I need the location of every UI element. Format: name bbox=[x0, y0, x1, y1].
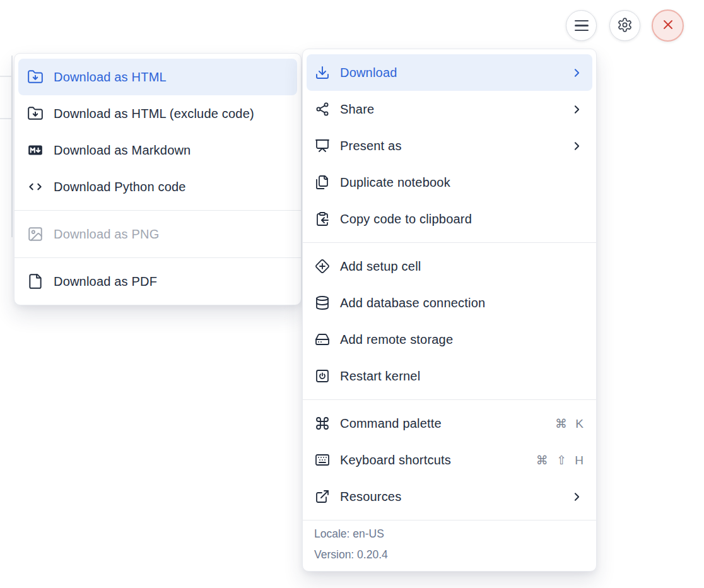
menu-item-copy-code-to-clipboard[interactable]: Copy code to clipboard bbox=[307, 201, 592, 237]
menu-item-add-setup-cell[interactable]: Add setup cell bbox=[307, 248, 592, 285]
menu-item-label: Add database connection bbox=[340, 296, 584, 310]
menu-item-label: Add remote storage bbox=[340, 332, 584, 347]
markdown-download-icon bbox=[27, 142, 44, 158]
notebook-menu-button[interactable] bbox=[566, 10, 597, 41]
power-square-icon bbox=[315, 368, 330, 384]
database-icon bbox=[315, 295, 330, 310]
menu-item-label: Download as PNG bbox=[54, 227, 288, 242]
image-icon bbox=[27, 226, 44, 242]
menu-item-label: Command palette bbox=[340, 416, 555, 431]
menu-item-download-python-code[interactable]: Download Python code bbox=[18, 168, 297, 205]
menu-item-label: Keyboard shortcuts bbox=[340, 453, 536, 467]
menu-item-add-remote-storage[interactable]: Add remote storage bbox=[307, 321, 592, 358]
settings-button[interactable] bbox=[609, 10, 640, 41]
menu-item-resources[interactable]: Resources bbox=[307, 478, 592, 515]
menu-item-label: Resources bbox=[340, 490, 570, 504]
file-icon bbox=[27, 273, 44, 290]
menu-item-keyboard-shortcuts[interactable]: Keyboard shortcuts ⌘ ⇧ H bbox=[307, 442, 592, 478]
menu-item-present-as[interactable]: Present as bbox=[307, 127, 592, 164]
command-icon bbox=[315, 416, 330, 431]
background-cell-border bbox=[0, 76, 12, 77]
menu-item-download-as-html-exclude-code[interactable]: Download as HTML (exclude code) bbox=[18, 95, 297, 132]
menu-item-label: Download as HTML (exclude code) bbox=[54, 107, 288, 121]
external-link-icon bbox=[315, 489, 330, 504]
keyboard-icon bbox=[315, 452, 330, 467]
chevron-right-icon bbox=[570, 103, 584, 116]
clipboard-copy-icon bbox=[315, 211, 330, 226]
hamburger-menu-icon bbox=[575, 20, 589, 32]
background-cell-border bbox=[0, 118, 12, 119]
menu-item-label: Download Python code bbox=[54, 180, 288, 194]
menu-item-label: Download as HTML bbox=[54, 70, 288, 85]
menu-item-download-as-pdf[interactable]: Download as PDF bbox=[18, 263, 297, 300]
shortcut-hint: ⌘ K bbox=[555, 416, 584, 431]
shortcut-hint: ⌘ ⇧ H bbox=[536, 453, 584, 467]
menu-item-label: Download as Markdown bbox=[54, 143, 288, 158]
close-app-button[interactable] bbox=[652, 9, 684, 42]
folder-download-icon bbox=[27, 105, 44, 122]
duplicate-files-icon bbox=[315, 175, 330, 190]
menu-item-download[interactable]: Download bbox=[307, 54, 592, 91]
menu-item-download-as-png: Download as PNG bbox=[18, 216, 297, 252]
download-submenu: Download as HTML Download as HTML (exclu… bbox=[14, 53, 302, 305]
hard-drive-icon bbox=[315, 332, 330, 347]
menu-item-label: Share bbox=[340, 102, 570, 117]
menu-item-label: Add setup cell bbox=[340, 259, 584, 274]
chevron-right-icon bbox=[570, 490, 584, 503]
menu-item-label: Download as PDF bbox=[54, 274, 288, 289]
menu-item-label: Present as bbox=[340, 139, 570, 153]
code-icon bbox=[27, 179, 44, 195]
folder-download-icon bbox=[27, 69, 44, 85]
menu-item-duplicate-notebook[interactable]: Duplicate notebook bbox=[307, 164, 592, 201]
gear-icon bbox=[617, 17, 633, 35]
close-x-icon bbox=[660, 17, 676, 34]
presentation-icon bbox=[315, 138, 330, 153]
download-icon bbox=[315, 65, 330, 80]
menu-item-add-database-connection[interactable]: Add database connection bbox=[307, 285, 592, 321]
menu-footer: Locale: en-US Version: 0.20.4 bbox=[303, 520, 596, 571]
menu-item-label: Restart kernel bbox=[340, 369, 584, 384]
menu-item-download-as-html[interactable]: Download as HTML bbox=[18, 59, 297, 95]
menu-item-share[interactable]: Share bbox=[307, 91, 592, 127]
version-text: Version: 0.20.4 bbox=[314, 544, 585, 565]
menu-item-label: Duplicate notebook bbox=[340, 175, 584, 190]
chevron-right-icon bbox=[570, 139, 584, 153]
notebook-menu: Download Share Present as bbox=[302, 49, 597, 572]
menu-item-command-palette[interactable]: Command palette ⌘ K bbox=[307, 405, 592, 442]
menu-item-download-as-markdown[interactable]: Download as Markdown bbox=[18, 132, 297, 168]
locale-text: Locale: en-US bbox=[314, 524, 585, 544]
menu-item-restart-kernel[interactable]: Restart kernel bbox=[307, 358, 592, 394]
share-icon bbox=[315, 102, 330, 117]
chevron-right-icon bbox=[570, 66, 584, 79]
menu-item-label: Copy code to clipboard bbox=[340, 212, 584, 226]
diamond-plus-icon bbox=[315, 259, 330, 274]
background-cell-border bbox=[11, 56, 13, 237]
menu-item-label: Download bbox=[340, 66, 570, 80]
